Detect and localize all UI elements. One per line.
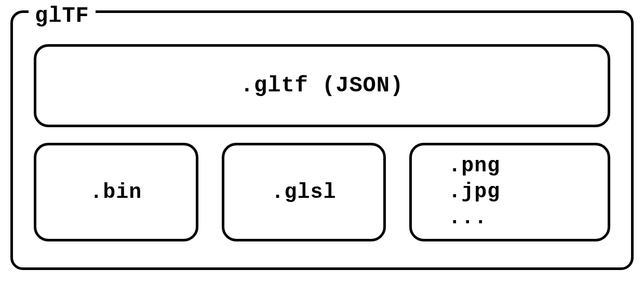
bin-file-label: .bin: [90, 181, 142, 204]
container-title: glTF: [29, 4, 96, 29]
ellipsis-label: ...: [448, 205, 487, 231]
jpg-file-label: .jpg: [448, 179, 500, 205]
png-file-label: .png: [448, 153, 500, 179]
glsl-file-label: .glsl: [271, 181, 336, 204]
images-file-box: .png .jpg ...: [409, 143, 610, 241]
gltf-container: glTF .gltf (JSON) .bin .glsl .png .jpg .…: [10, 10, 634, 270]
bin-file-box: .bin: [34, 143, 198, 241]
json-file-box: .gltf (JSON): [34, 44, 610, 127]
bottom-row: .bin .glsl .png .jpg ...: [34, 143, 610, 241]
glsl-file-box: .glsl: [222, 143, 386, 241]
inner-content: .gltf (JSON) .bin .glsl .png .jpg ...: [13, 13, 631, 267]
json-file-label: .gltf (JSON): [240, 73, 404, 98]
